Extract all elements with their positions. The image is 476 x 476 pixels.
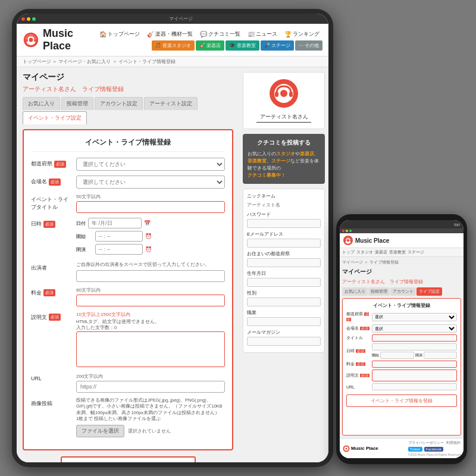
page-subtitle: アーティスト名さん ライブ情報登録 <box>23 85 233 93</box>
image-hint: 投稿できる画像のファイル形式はJPEG(.jpg,.jpeg)、PNG(.png… <box>76 397 225 422</box>
phone-tab-account[interactable]: アカウント <box>390 287 416 296</box>
phone-label-date: 日時 必須 <box>346 348 370 354</box>
side-form: ニックネーム アーティスト名 パスワード Eメールアドレス お住まいの都 <box>243 189 325 353</box>
end-time-row: 閉演 ⏰ <box>76 244 225 255</box>
end-time-input[interactable] <box>95 244 143 255</box>
nav-instrument-shop[interactable]: 🎸 楽器店 <box>196 40 224 51</box>
page-title: マイページ <box>23 72 233 83</box>
event-title-input[interactable] <box>76 201 225 213</box>
venue-select[interactable]: 選択してください <box>76 176 225 189</box>
required-badge-venue: 必須 <box>49 178 61 186</box>
side-password-input[interactable] <box>247 219 321 228</box>
phone-form-row-date: 日時 必須 開始 閉演 <box>346 343 457 359</box>
phone-submit-button[interactable]: イベント・ライブ情報を登録 <box>346 394 457 407</box>
phone-status-bar: ton <box>340 220 464 228</box>
phone-fee-input[interactable] <box>372 361 457 368</box>
label-date: 日時 必須 <box>31 218 73 228</box>
nav-news[interactable]: 📰ニュース <box>245 29 280 39</box>
main-content: マイページ アーティスト名さん ライブ情報登録 お気に入り 投稿管理 アカウント… <box>17 67 328 462</box>
maximize-dot <box>32 17 36 21</box>
phone-nav-school[interactable]: 音楽教室 <box>389 249 406 255</box>
hint-event-title: 50文字以内 <box>76 193 225 200</box>
phone-nav-studio[interactable]: スタジオ <box>356 249 373 255</box>
description-textarea[interactable] <box>76 331 225 367</box>
nav-music-school[interactable]: 🎓 音楽教室 <box>226 40 259 51</box>
phone-label-url: URL <box>346 385 370 389</box>
svg-rect-4 <box>34 39 36 42</box>
tab-favorites[interactable]: お気に入り <box>23 97 60 110</box>
nav-other[interactable]: ⋯ その他 <box>295 40 322 51</box>
phone-nav-stage[interactable]: ステージ <box>408 249 424 255</box>
site-header: Music Place 🏠トップページ 🎸楽器・機材一覧 💬クチコミ一覧 📰ニュ… <box>17 24 328 57</box>
twitter-button[interactable]: Twitter <box>408 447 422 452</box>
phone-tab-live[interactable]: ライブ設定 <box>416 287 442 296</box>
phone-venue-select[interactable]: 選択 <box>372 324 457 333</box>
nav-reviews[interactable]: 💬クチコミ一覧 <box>197 29 243 39</box>
side-job-input[interactable] <box>247 317 321 326</box>
phone-desc-input[interactable] <box>372 369 457 381</box>
side-gender-input[interactable] <box>247 298 321 306</box>
label-fee: 料金 必須 <box>31 287 73 297</box>
phone-form-row-venue: 会場名 必須 選択 <box>346 324 457 333</box>
kuchikomi-card: クチコミを投稿する お気に入りのスタジオや楽器店、音楽教室、ステージなど音楽を体… <box>243 134 325 184</box>
phone-end-time[interactable] <box>424 352 458 359</box>
svg-rect-13 <box>345 240 346 242</box>
phone-tab-bar: お気に入り 投稿管理 アカウント ライブ設定 <box>342 287 461 296</box>
prefecture-select[interactable]: 選択してください <box>76 158 225 171</box>
top-nav-bar: マイページ <box>17 14 328 24</box>
phone-tab-favorites[interactable]: お気に入り <box>342 287 368 296</box>
phone-breadcrumb: マイページ ＞ ライブ情報登録 <box>342 259 461 265</box>
svg-rect-8 <box>275 92 278 97</box>
phone-prefecture-select[interactable]: 選択 <box>372 313 457 321</box>
start-time-input[interactable] <box>95 231 143 242</box>
phone-date-input[interactable] <box>372 343 457 350</box>
svg-rect-14 <box>350 240 352 242</box>
nav-ranking[interactable]: 🏆ランキング <box>281 29 322 39</box>
right-panel: アーティスト名さん クチコミを投稿する お気に入りのスタジオや楽器店、音楽教室、… <box>239 67 328 462</box>
facebook-button[interactable]: Facebook <box>424 447 443 452</box>
tablet-device: マイページ <box>12 9 333 467</box>
phone-nav-top[interactable]: トップ <box>342 249 355 255</box>
phone-url-input[interactable] <box>372 383 457 390</box>
phone-form-title: イベント・ライブ情報登録 <box>346 302 457 309</box>
description-hint-red: 10文字以上1500文字以内 <box>76 311 225 318</box>
phone-terms-link[interactable]: 利用規約 <box>446 440 461 446</box>
side-form-password: パスワード <box>247 211 321 228</box>
phone-start-time[interactable] <box>380 352 414 359</box>
label-venue: 会場名 必須 <box>31 176 73 186</box>
nav-stage[interactable]: 🎤 ステージ <box>261 40 294 51</box>
nav-studio[interactable]: 🎵 音楽スタジオ <box>152 40 195 51</box>
kuchikomi-title: クチコミを投稿する <box>248 139 320 147</box>
url-input[interactable] <box>76 381 225 393</box>
tab-posts[interactable]: 投稿管理 <box>61 97 93 110</box>
submit-button[interactable]: イベント・ライブ情報を登録 <box>61 456 196 463</box>
date-input[interactable] <box>88 218 142 228</box>
tab-account[interactable]: アカウント設定 <box>95 97 143 110</box>
fee-control: 80文字以内 <box>76 287 225 306</box>
fee-input[interactable] <box>76 295 225 306</box>
header-nav: 🏠トップページ 🎸楽器・機材一覧 💬クチコミ一覧 📰ニュース 🏆ランキング 🎵 … <box>96 29 322 51</box>
tab-event[interactable]: イベント・ライブ設定 <box>23 111 87 124</box>
performers-input[interactable] <box>76 270 225 282</box>
nav-top-page[interactable]: 🏠トップページ <box>96 29 143 39</box>
svg-point-7 <box>280 90 287 97</box>
prefecture-control: 選択してください <box>76 158 225 171</box>
header-top: Music Place 🏠トップページ 🎸楽器・機材一覧 💬クチコミ一覧 📰ニュ… <box>17 24 328 57</box>
phone-tab-posts[interactable]: 投稿管理 <box>368 287 390 296</box>
phone-nav-shop[interactable]: 楽器店 <box>375 249 387 255</box>
no-file-text: 選択されていません <box>128 428 171 434</box>
phone-nav-links: トップ スタジオ 楽器店 音楽教室 ステージ <box>340 248 464 257</box>
side-birthdate-input[interactable] <box>247 278 321 287</box>
header-nav-bottom: 🎵 音楽スタジオ 🎸 楽器店 🎓 音楽教室 🎤 ステージ ⋯ その他 <box>96 40 322 51</box>
phone-privacy-link[interactable]: プライバシーポリシー <box>408 440 444 446</box>
side-magazine-input[interactable] <box>247 337 321 346</box>
tab-artist[interactable]: アーティスト設定 <box>144 97 198 110</box>
side-email-input[interactable] <box>247 239 321 248</box>
phone-title-input[interactable] <box>372 334 457 342</box>
phone-header-top: Music Place <box>340 233 464 248</box>
phone-footer-links: プライバシーポリシー 利用規約 <box>408 440 461 446</box>
side-prefecture-input[interactable] <box>247 258 321 267</box>
nav-instruments[interactable]: 🎸楽器・機材一覧 <box>144 29 196 39</box>
start-time-row: 開始 ⏰ <box>76 231 225 242</box>
choose-file-button[interactable]: ファイルを選択 <box>76 425 124 437</box>
